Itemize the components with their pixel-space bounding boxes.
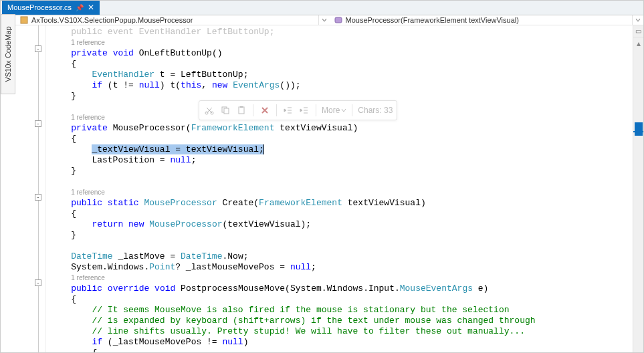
code-text[interactable]: public event EventHandler LeftButtonUp; … <box>50 27 633 353</box>
editor-gutter: - - - - <box>15 25 46 353</box>
outline-toggle[interactable]: - <box>35 120 41 127</box>
type-dropdown-chevron[interactable] <box>319 15 330 25</box>
caret-marker <box>633 131 643 132</box>
window-root: VS10x CodeMap MouseProcessor.cs 📌 ✕ AxTo… <box>0 0 644 353</box>
selection-toolbar: More Chars: 33 <box>199 100 397 120</box>
document-tab-label: MouseProcessor.cs <box>7 3 72 11</box>
split-handle[interactable]: ▭ <box>633 25 643 37</box>
vertical-scrollbar[interactable]: ▭ ▴ <box>633 25 643 353</box>
outdent-icon[interactable] <box>282 104 294 116</box>
navigation-bar: AxTools.VS10X.SelectionPopup.MouseProces… <box>15 15 643 25</box>
close-icon[interactable]: ✕ <box>88 3 94 12</box>
svg-rect-0 <box>21 17 27 23</box>
paste-icon[interactable] <box>235 104 247 116</box>
cut-icon[interactable] <box>203 104 215 116</box>
member-dropdown-label: MouseProcessor(FrameworkElement textView… <box>346 16 519 24</box>
class-icon <box>19 15 29 25</box>
svg-rect-5 <box>224 108 229 114</box>
copy-icon[interactable] <box>219 104 231 116</box>
more-button[interactable]: More <box>322 106 346 115</box>
svg-rect-7 <box>240 106 243 108</box>
document-tab-strip: MouseProcessor.cs 📌 ✕ <box>1 1 643 15</box>
type-dropdown[interactable]: AxTools.VS10X.SelectionPopup.MouseProces… <box>15 15 319 25</box>
svg-rect-1 <box>335 17 342 23</box>
code-editor[interactable]: More Chars: 33 public event EventHandler… <box>46 25 633 353</box>
codemap-side-tab-label: VS10x CodeMap <box>4 26 12 82</box>
outline-toggle[interactable]: - <box>35 194 41 201</box>
char-count-label: Chars: 33 <box>358 106 393 115</box>
indent-icon[interactable] <box>298 104 310 116</box>
codemap-side-tab[interactable]: VS10x CodeMap <box>1 14 15 94</box>
chevron-down-icon <box>341 108 346 113</box>
outline-toggle[interactable]: - <box>35 279 41 286</box>
pin-icon[interactable]: 📌 <box>76 4 84 11</box>
scroll-marker <box>635 122 643 136</box>
method-icon <box>334 15 343 25</box>
document-tab-active[interactable]: MouseProcessor.cs 📌 ✕ <box>2 0 100 15</box>
svg-rect-6 <box>239 107 244 114</box>
more-label: More <box>322 106 340 115</box>
editor-area: - - - - More <box>15 25 643 353</box>
scroll-up-icon[interactable]: ▴ <box>633 40 643 47</box>
outline-toggle[interactable]: - <box>35 45 41 52</box>
type-dropdown-label: AxTools.VS10X.SelectionPopup.MouseProces… <box>31 16 193 24</box>
member-dropdown-chevron[interactable] <box>633 15 643 25</box>
delete-icon[interactable] <box>259 104 271 116</box>
member-dropdown[interactable]: MouseProcessor(FrameworkElement textView… <box>330 15 633 25</box>
